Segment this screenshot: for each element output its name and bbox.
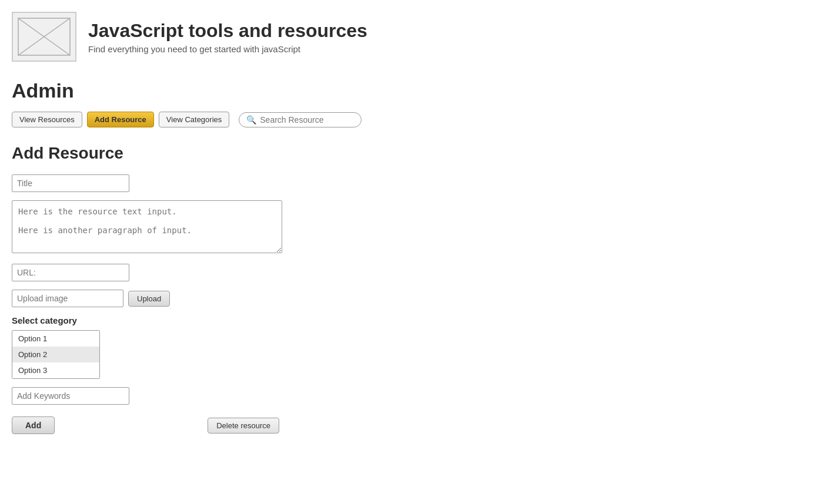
- logo: [12, 12, 76, 62]
- upload-image-input[interactable]: [12, 290, 123, 307]
- category-option-2[interactable]: Option 2: [12, 347, 99, 362]
- category-option-3[interactable]: Option 3: [12, 362, 99, 378]
- site-subtitle: Find everything you need to get started …: [88, 44, 367, 54]
- upload-button[interactable]: Upload: [128, 291, 170, 307]
- admin-title: Admin: [12, 79, 824, 102]
- select-category-label: Select category: [12, 315, 824, 325]
- upload-group: Upload: [12, 290, 824, 307]
- resource-text-input[interactable]: [12, 200, 282, 253]
- header-text: JavaScript tools and resources Find ever…: [88, 20, 367, 54]
- title-input[interactable]: [12, 174, 129, 192]
- text-group: [12, 200, 824, 256]
- site-title: JavaScript tools and resources: [88, 20, 367, 42]
- view-categories-button[interactable]: View Categories: [159, 112, 229, 127]
- keywords-group: [12, 387, 824, 405]
- search-icon: 🔍: [246, 115, 256, 125]
- search-container: 🔍: [239, 112, 362, 127]
- category-group: Select category Option 1 Option 2 Option…: [12, 315, 824, 379]
- logo-icon: [18, 18, 71, 56]
- search-input[interactable]: [260, 115, 354, 125]
- toolbar: View Resources Add Resource View Categor…: [12, 112, 824, 127]
- add-button[interactable]: Add: [12, 416, 55, 434]
- title-group: [12, 174, 824, 192]
- actions-row: Add Delete resource: [12, 416, 824, 434]
- url-group: [12, 264, 824, 281]
- category-listbox: Option 1 Option 2 Option 3: [12, 330, 100, 379]
- delete-resource-button[interactable]: Delete resource: [208, 418, 279, 434]
- add-resource-button[interactable]: Add Resource: [87, 112, 154, 127]
- category-option-1[interactable]: Option 1: [12, 331, 99, 347]
- add-resource-title: Add Resource: [12, 144, 824, 163]
- keywords-input[interactable]: [12, 387, 129, 405]
- url-input[interactable]: [12, 264, 129, 281]
- view-resources-button[interactable]: View Resources: [12, 112, 82, 127]
- header: JavaScript tools and resources Find ever…: [12, 12, 824, 62]
